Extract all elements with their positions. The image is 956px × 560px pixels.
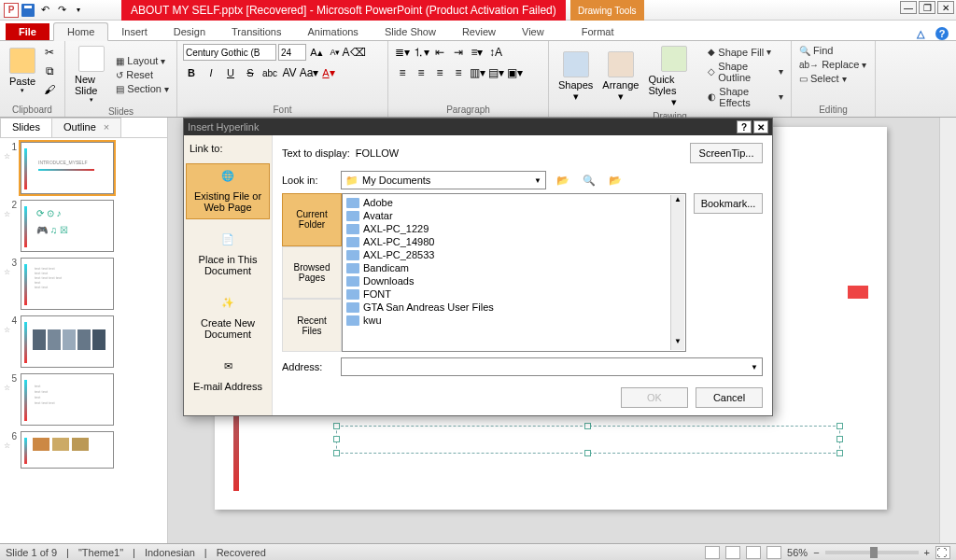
list-item[interactable]: AXL-PC_28533 <box>344 248 683 261</box>
status-recovered[interactable]: Recovered <box>217 547 266 558</box>
selected-textbox[interactable] <box>336 426 840 454</box>
indent-dec-icon[interactable]: ⇤ <box>431 44 448 61</box>
file-list[interactable]: ▲ ▼ AdobeAvatarAXL-PC_1229AXL-PC_14980AX… <box>342 193 686 352</box>
list-item[interactable]: Avatar <box>344 209 683 222</box>
shrink-font-icon[interactable]: A▾ <box>327 44 344 61</box>
recent-files-tab[interactable]: Recent Files <box>282 299 342 352</box>
zoom-slider[interactable] <box>825 551 919 554</box>
char-spacing-icon[interactable]: AV <box>281 64 298 81</box>
redo-icon[interactable]: ↷ <box>54 3 69 18</box>
browse-web-icon[interactable]: 🔍 <box>580 171 598 189</box>
minimize-button[interactable]: — <box>900 1 917 14</box>
sorter-view-icon[interactable] <box>725 546 740 559</box>
list-item[interactable]: kwu <box>344 314 683 327</box>
browse-file-icon[interactable]: 📂 <box>606 171 625 189</box>
close-button[interactable]: ✕ <box>937 1 954 14</box>
qat-more-icon[interactable]: ▾ <box>71 3 86 18</box>
linkto-create-new[interactable]: ✨Create New Document <box>186 290 270 346</box>
ok-button[interactable]: OK <box>621 387 688 408</box>
smartart-icon[interactable]: ▣▾ <box>506 64 523 81</box>
status-slide[interactable]: Slide 1 of 9 <box>6 547 57 558</box>
align-right-icon[interactable]: ≡ <box>431 64 448 81</box>
replace-button[interactable]: ab→ Replace ▾ <box>797 58 869 71</box>
font-name-combo[interactable]: Century Gothic (B <box>183 44 276 61</box>
line-spacing-icon[interactable]: ≡▾ <box>469 44 485 61</box>
shapes-button[interactable]: Shapes▾ <box>555 49 597 105</box>
list-item[interactable]: AXL-PC_1229 <box>344 222 683 235</box>
list-item[interactable]: FONT <box>344 287 683 301</box>
slides-tab[interactable]: Slides <box>0 118 52 137</box>
bookmark-button[interactable]: Bookmark... <box>694 193 763 214</box>
tab-insert[interactable]: Insert <box>108 23 161 40</box>
thumbnails[interactable]: 1☆INTRODUCE_MYSELF 2☆⟳ ⊙ ♪🎮 ♫ ☒ 3☆text t… <box>0 138 167 543</box>
copy-icon[interactable]: ⧉ <box>41 63 58 79</box>
tab-slideshow[interactable]: Slide Show <box>372 23 449 40</box>
shape-effects-button[interactable]: ◐ Shape Effects ▾ <box>706 85 785 109</box>
cancel-button[interactable]: Cancel <box>696 387 763 408</box>
normal-view-icon[interactable] <box>705 546 720 559</box>
section-button[interactable]: ▤ Section ▾ <box>114 82 171 95</box>
quick-styles-button[interactable]: Quick Styles▾ <box>644 44 704 110</box>
tab-design[interactable]: Design <box>161 23 218 40</box>
zoom-in-icon[interactable]: + <box>924 547 930 558</box>
indent-inc-icon[interactable]: ⇥ <box>450 44 467 61</box>
slideshow-view-icon[interactable] <box>766 546 781 559</box>
list-item[interactable]: AXL-PC_14980 <box>344 235 683 248</box>
shape-red-rect[interactable] <box>848 286 868 299</box>
undo-icon[interactable]: ↶ <box>37 3 52 18</box>
font-size-combo[interactable]: 24 <box>278 44 306 61</box>
font-color-icon[interactable]: A▾ <box>320 64 337 81</box>
dialog-titlebar[interactable]: Insert Hyperlink ? ✕ <box>184 119 772 135</box>
tab-view[interactable]: View <box>509 23 557 40</box>
browsed-pages-tab[interactable]: Browsed Pages <box>282 246 342 300</box>
list-item[interactable]: Bandicam <box>344 261 683 274</box>
dialog-close-icon[interactable]: ✕ <box>753 120 768 133</box>
list-item[interactable]: Adobe <box>344 196 683 209</box>
save-icon[interactable] <box>21 3 35 18</box>
linkto-place-in-doc[interactable]: 📄Place in This Document <box>186 227 270 283</box>
align-text-icon[interactable]: ▤▾ <box>487 64 504 81</box>
list-item[interactable]: Downloads <box>344 274 683 287</box>
list-item[interactable]: GTA San Andreas User Files <box>344 301 683 314</box>
columns-icon[interactable]: ▥▾ <box>469 64 485 81</box>
bullets-icon[interactable]: ≣▾ <box>394 44 411 61</box>
reset-button[interactable]: ↺ Reset <box>114 68 171 81</box>
tab-file[interactable]: File <box>6 23 49 40</box>
numbering-icon[interactable]: ⒈▾ <box>413 44 429 61</box>
linkto-email[interactable]: ✉E-mail Address <box>186 354 270 399</box>
thumb-5[interactable]: texttext texttexttext text text <box>21 373 114 426</box>
grow-font-icon[interactable]: A▴ <box>308 44 325 61</box>
shape-outline-button[interactable]: ◇ Shape Outline ▾ <box>706 60 785 84</box>
tab-home[interactable]: Home <box>53 22 108 41</box>
minimize-ribbon-icon[interactable]: △ <box>917 28 924 40</box>
vertical-scrollbar[interactable] <box>939 118 956 543</box>
outline-tab[interactable]: Outline× <box>51 118 121 137</box>
align-center-icon[interactable]: ≡ <box>413 64 429 81</box>
thumb-6[interactable] <box>21 431 114 469</box>
italic-button[interactable]: I <box>203 64 219 81</box>
close-panel-icon[interactable]: × <box>104 121 109 133</box>
filelist-scrollbar[interactable]: ▲ ▼ <box>670 195 684 350</box>
dialog-help-icon[interactable]: ? <box>737 120 752 133</box>
arrange-button[interactable]: Arrange▾ <box>598 49 642 105</box>
layout-button[interactable]: ▦ Layout ▾ <box>114 54 171 67</box>
thumb-1[interactable]: INTRODUCE_MYSELF <box>21 142 114 194</box>
shape-fill-button[interactable]: ◆ Shape Fill ▾ <box>706 46 785 59</box>
change-case-icon[interactable]: Aa▾ <box>301 64 317 81</box>
tab-animations[interactable]: Animations <box>294 23 371 40</box>
new-slide-button[interactable]: New Slide▾ <box>71 44 112 105</box>
screentip-button[interactable]: ScreenTip... <box>690 143 763 163</box>
strike-button[interactable]: S <box>242 64 259 81</box>
bold-button[interactable]: B <box>183 64 200 81</box>
align-justify-icon[interactable]: ≡ <box>450 64 467 81</box>
underline-button[interactable]: U <box>222 64 239 81</box>
status-language[interactable]: Indonesian <box>145 547 195 558</box>
lookin-combo[interactable]: 📁 My Documents ▼ <box>341 171 546 189</box>
clear-format-icon[interactable]: A⌫ <box>345 44 362 61</box>
tab-review[interactable]: Review <box>449 23 509 40</box>
reading-view-icon[interactable] <box>746 546 761 559</box>
cut-icon[interactable]: ✂ <box>41 44 58 61</box>
current-folder-tab[interactable]: Current Folder <box>282 193 342 246</box>
find-button[interactable]: 🔍 Find <box>797 44 869 57</box>
help-icon[interactable]: ? <box>935 27 949 40</box>
